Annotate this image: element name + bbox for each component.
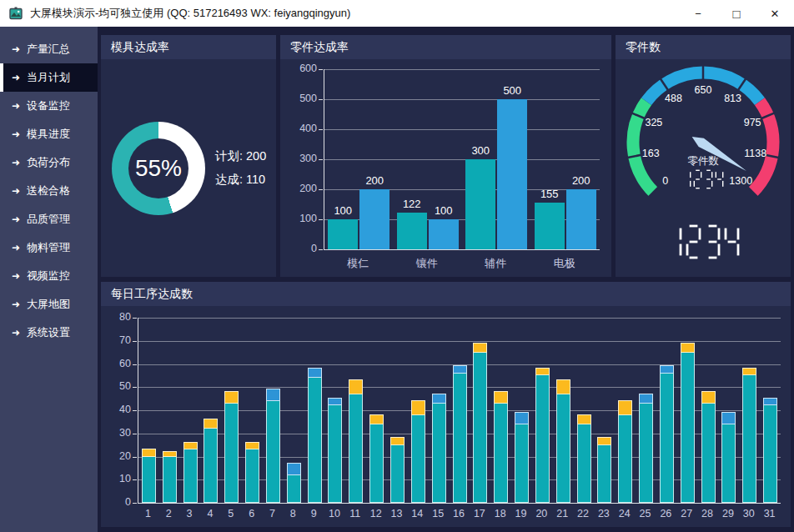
arrow-icon: ➜ (12, 185, 20, 197)
minimize-button[interactable]: − (679, 0, 717, 27)
bar-top-segment (411, 400, 425, 415)
sidebar-item-label: 负荷分布 (27, 155, 70, 170)
x-axis-label: 4 (200, 508, 220, 519)
maximize-button[interactable]: □ (717, 0, 756, 27)
bar-base-segment (204, 428, 218, 503)
bar-top-segment (266, 389, 280, 401)
bar-base-segment (183, 449, 198, 503)
y-axis-tick (319, 99, 323, 100)
x-axis-label: 19 (511, 508, 531, 519)
bar-base-segment (163, 456, 177, 504)
panel-parts-achievement: 零件达成率 100200122100300500155200 010020030… (280, 35, 611, 277)
gridline (324, 99, 600, 100)
gridline (324, 159, 600, 160)
sidebar-item-label: 视频监控 (27, 269, 70, 284)
panel-mold-achievement: 模具达成率 55% 计划: 200 达成: 110 (101, 35, 276, 277)
y-axis-label: 0 (289, 243, 317, 254)
bar-top-segment (245, 442, 259, 449)
arrow-icon: ➜ (12, 299, 20, 310)
panel-title: 模具达成率 (101, 35, 276, 59)
y-axis-tick (133, 503, 137, 504)
gauge-name-label: 零件数 (616, 154, 791, 168)
gridline (324, 69, 600, 70)
parts-plot-area: 100200122100300500155200 (324, 69, 600, 250)
y-axis-label: 500 (289, 93, 317, 104)
daily-plot-area (138, 318, 781, 504)
bar-base-segment (245, 449, 259, 503)
sidebar-item-video-monitor[interactable]: ➜视频监控 (0, 262, 98, 290)
bar (397, 213, 427, 249)
sidebar-item-label: 当月计划 (27, 70, 70, 85)
sidebar-item-production-summary[interactable]: ➜产量汇总 (0, 35, 98, 63)
sidebar-item-inspection-pass[interactable]: ➜送检合格 (0, 177, 98, 205)
sidebar-item-quality-mgmt[interactable]: ➜品质管理 (0, 205, 98, 233)
sidebar-item-mold-progress[interactable]: ➜模具进度 (0, 120, 98, 148)
plan-label: 计划: 200 (215, 145, 266, 168)
bar-base-segment (660, 373, 674, 503)
bar-base-segment (142, 456, 156, 504)
content-area: 模具达成率 55% 计划: 200 达成: 110 (98, 27, 794, 532)
y-axis-tick (319, 159, 323, 160)
y-axis-tick (133, 410, 137, 411)
gauge-lcd-value (616, 169, 791, 189)
sidebar-item-device-monitor[interactable]: ➜设备监控 (0, 92, 98, 120)
bar-base-segment (618, 414, 632, 503)
y-axis-label: 600 (289, 63, 317, 74)
bar-top-segment (763, 398, 777, 405)
bar-top-segment (453, 365, 467, 373)
y-axis-tick (319, 189, 323, 190)
bar-top-segment (142, 449, 156, 456)
y-axis-tick (319, 249, 323, 250)
bar-base-segment (308, 377, 322, 503)
sidebar: ➜产量汇总➜当月计划➜设备监控➜模具进度➜负荷分布➜送检合格➜品质管理➜物料管理… (0, 27, 98, 532)
y-axis-label: 400 (289, 123, 317, 134)
bar-top-segment (369, 414, 384, 424)
bar-base-segment (763, 404, 777, 503)
y-axis-tick (133, 387, 137, 388)
arrow-icon: ➜ (12, 157, 20, 168)
x-axis-label: 13 (386, 508, 406, 519)
gauge-scale-label: 975 (744, 117, 761, 128)
y-axis-label: 30 (109, 427, 131, 439)
arrow-icon: ➜ (12, 100, 20, 112)
bar-base-segment (411, 414, 425, 503)
sidebar-item-load-distribution[interactable]: ➜负荷分布 (0, 148, 98, 177)
panel-daily-process: 每日工序达成数 01020304050607080123456789101112… (101, 282, 791, 527)
gridline (324, 129, 600, 130)
gauge-lcd-value-large (616, 224, 791, 259)
y-axis-label: 300 (289, 153, 317, 164)
sidebar-item-monthly-plan[interactable]: ➜当月计划 (0, 63, 98, 92)
bar-value-label: 100 (324, 204, 361, 217)
bar-base-segment (742, 374, 756, 503)
parts-bar-chart: 100200122100300500155200 010020030040050… (280, 59, 611, 277)
bar-top-segment (660, 365, 674, 373)
app-window: 大屏模块演示-均可独立使用 (QQ: 517216493 WX: feiyang… (0, 0, 794, 532)
bar-value-label: 200 (563, 174, 600, 187)
bar-base-segment (681, 352, 695, 503)
donut-ring: 55% (112, 122, 205, 215)
main-area: ➜产量汇总➜当月计划➜设备监控➜模具进度➜负荷分布➜送检合格➜品质管理➜物料管理… (0, 27, 794, 532)
y-axis-tick (133, 479, 137, 480)
lcd-digits (666, 224, 740, 259)
x-axis-label: 21 (552, 508, 572, 519)
sidebar-item-label: 大屏地图 (27, 297, 70, 312)
x-axis-label: 6 (242, 508, 262, 519)
y-axis-tick (133, 364, 137, 365)
x-axis-label: 5 (221, 508, 241, 519)
sidebar-item-material-mgmt[interactable]: ➜物料管理 (0, 233, 98, 262)
bar-top-segment (618, 400, 632, 415)
x-axis-label: 10 (324, 508, 344, 519)
bar-value-label: 300 (462, 144, 499, 157)
sidebar-item-label: 系统设置 (27, 325, 70, 340)
x-axis-label: 24 (615, 508, 635, 519)
y-axis-label: 70 (109, 334, 131, 346)
x-axis-label: 27 (676, 508, 696, 519)
x-axis-label: 20 (531, 508, 551, 519)
close-button[interactable]: ✕ (756, 0, 794, 27)
sidebar-item-system-settings[interactable]: ➜系统设置 (0, 319, 98, 347)
x-axis-label: 电极 (540, 256, 590, 271)
gauge-scale-label: 325 (645, 117, 662, 128)
bar-top-segment (701, 391, 716, 404)
sidebar-item-big-screen-map[interactable]: ➜大屏地图 (0, 290, 98, 319)
x-axis-label: 14 (407, 508, 427, 519)
